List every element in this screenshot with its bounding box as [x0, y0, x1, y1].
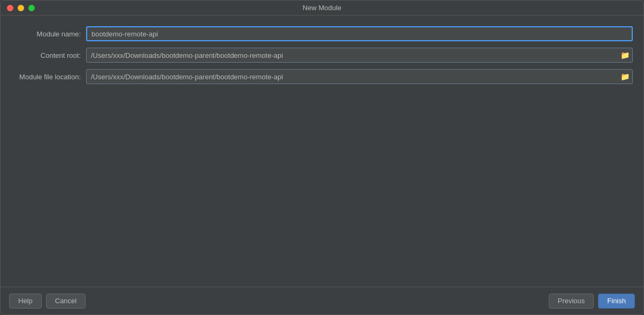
previous-button[interactable]: Previous [549, 294, 594, 309]
content-spacer [11, 91, 633, 287]
module-file-location-input-wrapper: 📁 [86, 69, 633, 84]
module-file-location-label: Module file location: [11, 73, 86, 81]
module-file-location-browse-button[interactable]: 📁 [620, 72, 630, 81]
module-file-location-row: Module file location: 📁 [11, 69, 633, 84]
module-name-label: Module name: [11, 30, 86, 38]
footer-left-actions: Help Cancel [9, 294, 86, 309]
module-file-location-input[interactable] [86, 69, 633, 84]
folder-icon: 📁 [620, 72, 630, 81]
module-name-input[interactable] [86, 26, 633, 41]
footer: Help Cancel Previous Finish [1, 287, 643, 314]
close-button[interactable] [7, 5, 13, 11]
folder-icon: 📁 [620, 51, 630, 59]
content-root-browse-button[interactable]: 📁 [620, 51, 630, 59]
module-name-input-wrapper [86, 26, 633, 41]
maximize-button[interactable] [28, 5, 35, 11]
minimize-button[interactable] [18, 5, 24, 11]
new-module-dialog: New Module Module name: Content root: 📁 … [0, 0, 644, 315]
titlebar: New Module [1, 1, 643, 16]
window-controls [7, 5, 35, 11]
content-root-input[interactable] [86, 48, 633, 63]
form-content: Module name: Content root: 📁 Module file… [1, 16, 643, 287]
module-name-row: Module name: [11, 26, 633, 41]
content-root-label: Content root: [11, 51, 86, 59]
window-title: New Module [303, 4, 341, 12]
content-root-input-wrapper: 📁 [86, 48, 633, 63]
cancel-button[interactable]: Cancel [46, 294, 86, 309]
footer-right-actions: Previous Finish [549, 294, 635, 309]
help-button[interactable]: Help [9, 294, 42, 309]
finish-button[interactable]: Finish [598, 294, 635, 309]
content-root-row: Content root: 📁 [11, 48, 633, 63]
